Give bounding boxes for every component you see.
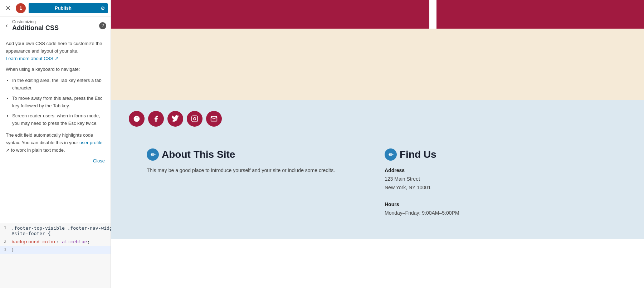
hours-label: Hours bbox=[385, 201, 399, 207]
description-text: Add your own CSS code here to customize … bbox=[6, 40, 105, 62]
address-label: Address bbox=[385, 167, 405, 173]
code-line-2: 2 background-color: aliceblue; bbox=[0, 238, 111, 246]
sidebar-header: ✕ 1 Publish ⚙ bbox=[0, 0, 111, 16]
twitter-icon[interactable] bbox=[167, 111, 183, 127]
find-us-body: Address 123 Main Street New York, NY 100… bbox=[385, 166, 608, 218]
keyboard-bullets: In the editing area, the Tab key enters … bbox=[6, 77, 105, 127]
address-line-1: 123 Main Street bbox=[385, 176, 420, 182]
sidebar-content: Add your own CSS code here to customize … bbox=[0, 35, 111, 224]
yelp-icon[interactable] bbox=[129, 111, 145, 127]
about-heading: ✏ About This Site bbox=[147, 148, 370, 161]
bullet-2: To move away from this area, press the E… bbox=[12, 95, 105, 110]
envelope-icon[interactable] bbox=[206, 111, 222, 127]
preview-banners bbox=[111, 0, 644, 29]
banner-left bbox=[111, 0, 429, 29]
banner-right bbox=[436, 0, 644, 29]
section-title: Additional CSS bbox=[12, 24, 59, 32]
help-icon: ? bbox=[102, 23, 104, 28]
close-button[interactable]: ✕ bbox=[3, 3, 13, 13]
social-section: ✏ About This Site This may be a good pla… bbox=[111, 100, 644, 239]
code-editor[interactable]: 1 .footer-top-visible .footer-nav-widget… bbox=[0, 224, 111, 288]
gear-icon: ⚙ bbox=[101, 5, 105, 11]
code-line-3: 3 } bbox=[0, 246, 111, 254]
sidebar-nav: ‹ Customizing Additional CSS ? bbox=[0, 16, 111, 35]
keyboard-heading: When using a keyboard to navigate: bbox=[6, 66, 105, 73]
back-button[interactable]: ‹ bbox=[4, 20, 9, 31]
line-number-1: 1 bbox=[0, 225, 10, 237]
address-line-2: New York, NY 10001 bbox=[385, 185, 431, 190]
bullet-3: Screen reader users: when in forms mode,… bbox=[12, 112, 105, 127]
cream-section bbox=[111, 29, 644, 100]
code-line-4 bbox=[0, 254, 111, 257]
help-button[interactable]: ? bbox=[99, 22, 106, 29]
line-number-2: 2 bbox=[0, 238, 10, 245]
find-us-col: ✏ Find Us Address 123 Main Street New Yo… bbox=[385, 148, 608, 218]
code-text-4 bbox=[10, 255, 111, 256]
facebook-icon[interactable] bbox=[148, 111, 164, 127]
divider bbox=[129, 134, 626, 134]
external-link-icon2: ↗ bbox=[6, 147, 10, 153]
about-body: This may be a good place to introduce yo… bbox=[147, 166, 370, 175]
external-link-icon: ↗ bbox=[55, 56, 59, 61]
close-icon: ✕ bbox=[5, 4, 11, 12]
syntax-note: The edit field automatically highlights … bbox=[6, 132, 105, 154]
code-text-3: } bbox=[10, 246, 111, 253]
learn-more-link[interactable]: Learn more about CSS ↗ bbox=[6, 56, 59, 61]
publish-button[interactable]: Publish bbox=[29, 3, 98, 13]
svg-rect-0 bbox=[192, 116, 198, 122]
find-us-pencil-icon: ✏ bbox=[385, 148, 397, 161]
user-profile-link[interactable]: user profile bbox=[79, 140, 102, 145]
about-col: ✏ About This Site This may be a good pla… bbox=[147, 148, 370, 218]
notification-badge[interactable]: 1 bbox=[16, 3, 26, 13]
about-pencil-icon: ✏ bbox=[147, 148, 159, 161]
customizing-label: Customizing bbox=[12, 19, 59, 24]
bullet-1: In the editing area, the Tab key enters … bbox=[12, 77, 105, 92]
code-line-1: 1 .footer-top-visible .footer-nav-widget… bbox=[0, 224, 111, 238]
sidebar: ✕ 1 Publish ⚙ ‹ Customizing Additional C… bbox=[0, 0, 111, 288]
preview: ✏ About This Site This may be a good pla… bbox=[111, 0, 644, 288]
footer-sections: ✏ About This Site This may be a good pla… bbox=[129, 141, 626, 228]
publish-wrap: Publish ⚙ bbox=[29, 3, 108, 13]
gear-button[interactable]: ⚙ bbox=[98, 3, 108, 13]
hours-value: Monday–Friday: 9:00AM–5:00PM bbox=[385, 210, 459, 216]
back-icon: ‹ bbox=[6, 22, 8, 29]
close-link[interactable]: Close bbox=[6, 157, 105, 165]
line-number-3: 3 bbox=[0, 246, 10, 253]
line-number-4 bbox=[0, 255, 10, 256]
nav-labels: Customizing Additional CSS bbox=[12, 19, 59, 32]
find-us-heading: ✏ Find Us bbox=[385, 148, 608, 161]
social-icons bbox=[129, 111, 626, 127]
instagram-icon[interactable] bbox=[187, 111, 203, 127]
code-text-2: background-color: aliceblue; bbox=[10, 238, 111, 245]
